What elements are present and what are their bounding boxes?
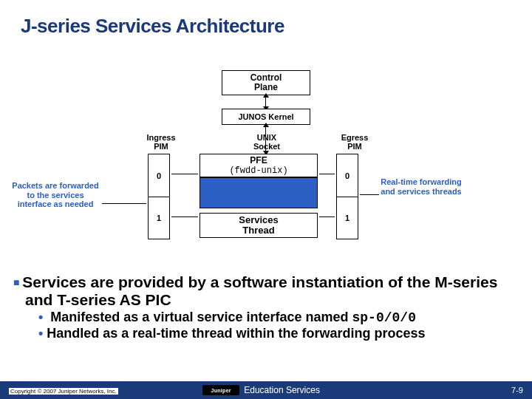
connector-egress-1 bbox=[319, 216, 335, 217]
control-plane-box: Control Plane bbox=[222, 70, 310, 95]
bullet-level2-a: Manifested as a virtual service interfac… bbox=[13, 310, 519, 326]
ingress-port-0: 0 bbox=[149, 154, 169, 197]
footer-center: Juniper Education Services bbox=[202, 385, 320, 395]
connector-egress-0 bbox=[319, 174, 335, 174]
connector-ingress-0 bbox=[171, 174, 198, 174]
connector-cp-kernel bbox=[265, 97, 266, 107]
ingress-ports: 0 1 bbox=[148, 154, 170, 239]
unix-socket-label: UNIX Socket bbox=[248, 133, 285, 151]
egress-ports: 0 1 bbox=[336, 154, 358, 239]
architecture-diagram: Control Plane JUNOS Kernel Ingress PIM U… bbox=[89, 70, 473, 262]
juniper-logo-icon: Juniper bbox=[202, 385, 239, 395]
egress-port-1: 1 bbox=[337, 197, 358, 239]
egress-pim-label: Egress PIM bbox=[332, 133, 377, 151]
connector-note-right bbox=[360, 194, 379, 195]
egress-port-0: 0 bbox=[337, 154, 358, 197]
bullet-l2a-text: Manifested as a virtual service interfac… bbox=[50, 310, 352, 324]
slide-title: J-series Services Architecture bbox=[0, 0, 532, 38]
forwarding-thread-box bbox=[200, 177, 318, 208]
bullet-level2-b: Handled as a real-time thread within the… bbox=[13, 326, 519, 341]
services-thread-box: Services Thread bbox=[200, 213, 318, 238]
footer-center-text: Education Services bbox=[244, 385, 320, 395]
ingress-port-1: 1 bbox=[149, 197, 169, 239]
pfe-subtitle: (fwdd-unix) bbox=[200, 166, 317, 176]
interface-name-code: sp-0/0/0 bbox=[352, 310, 416, 325]
ingress-pim-label: Ingress PIM bbox=[139, 133, 183, 151]
connector-ingress-1 bbox=[171, 216, 198, 217]
realtime-note: Real-time forwarding and services thread… bbox=[381, 177, 462, 196]
bullet-list: Services are provided by a software inst… bbox=[13, 273, 519, 341]
packets-note: Packets are forwarded to the services in… bbox=[11, 181, 100, 209]
pfe-box: PFE (fwdd-unix) bbox=[200, 154, 318, 177]
pfe-title: PFE bbox=[200, 155, 317, 166]
page-number: 7-9 bbox=[511, 386, 523, 395]
bullet-level1: Services are provided by a software inst… bbox=[13, 273, 519, 308]
connector-note-left bbox=[102, 203, 146, 204]
copyright-text: Copyright © 2007 Juniper Networks, Inc. bbox=[9, 388, 118, 395]
